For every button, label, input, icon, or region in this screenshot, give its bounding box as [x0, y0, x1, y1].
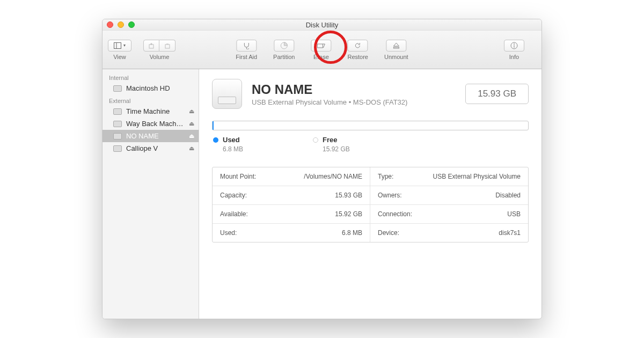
detail-row-device: Device:disk7s1 [370, 224, 528, 242]
partition-button[interactable] [274, 40, 294, 52]
first-aid-label: First Aid [236, 54, 257, 60]
volume-add-button[interactable] [143, 40, 159, 52]
volume-subtitle: USB External Physical Volume • MS-DOS (F… [252, 98, 407, 106]
swatch-used-icon [213, 137, 218, 143]
stethoscope-icon [242, 42, 251, 49]
volume-remove-icon [164, 42, 171, 49]
sidebar-item-label: Way Back Mach… [126, 120, 183, 128]
view-label: View [113, 54, 126, 60]
restore-label: Restore [347, 54, 368, 60]
legend-used: Used 6.8 MB [213, 136, 243, 153]
sidebar-item-no-name[interactable]: NO NAME ⏏ [103, 130, 199, 142]
detail-row-connection: Connection:USB [370, 205, 528, 224]
volume-title-block: NO NAME USB External Physical Volume • M… [252, 82, 407, 106]
sidebar-item-calliope-v[interactable]: Calliope V ⏏ [103, 142, 199, 155]
window-title: Disk Utility [306, 21, 339, 29]
disk-utility-window: Disk Utility View Volume [102, 19, 542, 319]
sidebar-item-way-back[interactable]: Way Back Mach… ⏏ [103, 117, 199, 130]
sidebar: Internal Macintosh HD External Time Mach… [103, 69, 199, 319]
partition-label: Partition [273, 54, 295, 60]
detail-row-type: Type:USB External Physical Volume [370, 167, 528, 186]
toolbar: View Volume First Aid [103, 31, 541, 69]
legend-free: Free 15.92 GB [313, 136, 350, 153]
detail-row-capacity: Capacity:15.93 GB [213, 186, 370, 205]
sidebar-section-internal: Internal [103, 71, 199, 82]
svg-rect-2 [149, 45, 153, 48]
sidebar-item-label: NO NAME [126, 132, 159, 140]
restore-button[interactable] [348, 40, 368, 52]
detail-row-owners: Owners:Disabled [370, 186, 528, 205]
eject-icon [393, 42, 399, 49]
volume-group: Volume [143, 40, 175, 60]
restore-icon [354, 42, 362, 49]
zoom-icon[interactable] [128, 21, 135, 28]
legend-free-value: 15.92 GB [323, 145, 350, 153]
detail-row-used: Used:6.8 MB [213, 224, 370, 242]
close-icon[interactable] [107, 21, 113, 28]
erase-label: Erase [313, 54, 329, 60]
titlebar: Disk Utility [103, 19, 541, 31]
volume-remove-button[interactable] [159, 40, 175, 52]
eject-icon[interactable]: ⏏ [189, 108, 194, 115]
svg-rect-0 [114, 42, 121, 48]
eject-icon[interactable]: ⏏ [189, 145, 194, 152]
svg-rect-5 [165, 45, 170, 48]
legend-free-label: Free [323, 136, 337, 144]
usage-bar-used [213, 121, 214, 130]
unmount-button[interactable] [386, 40, 406, 52]
svg-rect-9 [393, 47, 399, 48]
traffic-lights [107, 21, 135, 28]
info-label: Info [509, 54, 519, 60]
view-button[interactable] [108, 40, 131, 52]
sidebar-section-external: External [103, 94, 199, 105]
body: Internal Macintosh HD External Time Mach… [103, 69, 541, 319]
disk-icon [113, 108, 122, 115]
detail-row-available: Available:15.92 GB [213, 205, 370, 224]
volume-title: NO NAME [252, 82, 407, 97]
volume-size-badge: 15.93 GB [465, 84, 529, 104]
legend-used-value: 6.8 MB [223, 145, 243, 153]
sidebar-item-label: Macintosh HD [126, 84, 170, 92]
volume-label: Volume [150, 54, 170, 60]
eject-icon[interactable]: ⏏ [189, 133, 194, 139]
eject-icon[interactable]: ⏏ [189, 120, 194, 127]
info-icon [510, 42, 518, 49]
sidebar-item-macintosh-hd[interactable]: Macintosh HD [103, 82, 199, 94]
legend-used-label: Used [223, 136, 240, 144]
erase-button[interactable] [311, 40, 331, 52]
usage-bar [212, 121, 529, 130]
details-table: Mount Point:/Volumes/NO NAME Type:USB Ex… [212, 167, 529, 243]
disk-icon [113, 121, 122, 127]
volume-header: NO NAME USB External Physical Volume • M… [212, 79, 529, 109]
disk-icon [113, 145, 122, 152]
info-button[interactable] [504, 40, 524, 52]
usage-legend: Used 6.8 MB Free 15.92 GB [212, 136, 529, 153]
view-group: View [108, 40, 131, 60]
content: NO NAME USB External Physical Volume • M… [199, 69, 541, 319]
unmount-label: Unmount [384, 54, 408, 60]
sidebar-item-time-machine[interactable]: Time Machine ⏏ [103, 105, 199, 117]
sidebar-item-label: Calliope V [126, 144, 158, 152]
disk-icon [113, 133, 122, 139]
sidebar-layout-icon [114, 42, 121, 49]
svg-point-11 [514, 43, 515, 45]
volume-add-icon [148, 42, 155, 49]
detail-row-mount-point: Mount Point:/Volumes/NO NAME [213, 167, 370, 186]
sidebar-item-label: Time Machine [126, 107, 170, 115]
minimize-icon[interactable] [118, 21, 124, 28]
first-aid-button[interactable] [236, 40, 257, 52]
pie-icon [280, 42, 288, 49]
erase-icon [317, 42, 325, 49]
svg-rect-8 [317, 44, 323, 48]
disk-icon [113, 85, 122, 92]
swatch-free-icon [313, 137, 318, 143]
drive-icon [212, 79, 242, 109]
